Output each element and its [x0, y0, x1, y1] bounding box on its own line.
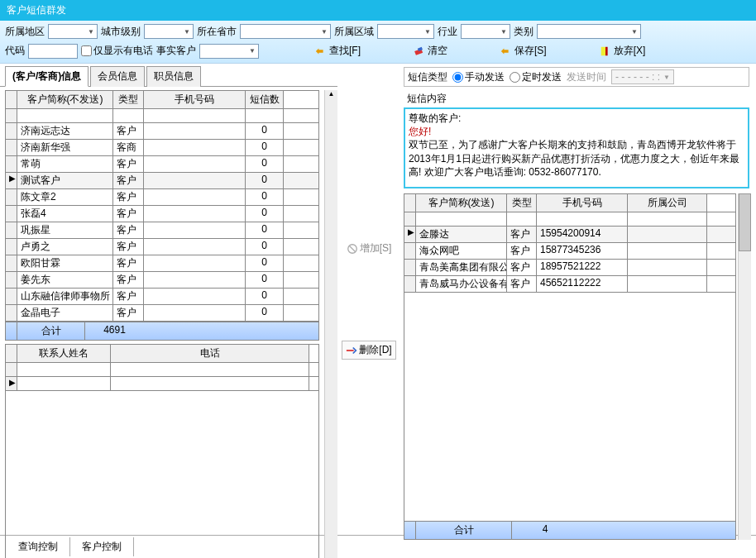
search-icon — [315, 45, 327, 57]
onlyphone-checkbox[interactable]: 仅显示有电话 — [81, 44, 153, 58]
save-button[interactable]: 保存[S] — [497, 42, 550, 60]
table-row[interactable]: 姜先东客户0 — [6, 272, 318, 289]
table-row[interactable]: 卢勇之客户0 — [6, 239, 318, 255]
realcust-combo[interactable]: ▼ — [199, 44, 259, 59]
clear-button[interactable]: 清空 — [410, 42, 451, 60]
chevron-down-icon[interactable]: ▼ — [85, 25, 97, 38]
table-row[interactable]: 巩振星客户0 — [6, 222, 318, 239]
chevron-down-icon[interactable]: ▼ — [246, 45, 258, 58]
sms-textarea[interactable]: 尊敬的客户: 您好! 双节已至，为了感谢广大客户长期来的支持和鼓励，青岛西博开龙… — [404, 107, 749, 188]
industry-input[interactable] — [462, 25, 498, 38]
contact-grid[interactable]: 联系人姓名 电话 ▶ — [5, 344, 319, 558]
svg-rect-6 — [347, 350, 354, 351]
tab-customer-info[interactable]: (客户/客商)信息 — [5, 66, 89, 87]
delete-icon — [346, 345, 357, 356]
province-input[interactable] — [241, 25, 318, 38]
province-combo[interactable]: ▼ — [240, 24, 331, 39]
district-input[interactable] — [378, 25, 422, 38]
chevron-down-icon[interactable]: ▼ — [318, 25, 330, 38]
chevron-down-icon: ▼ — [663, 74, 670, 81]
table-row[interactable]: 张磊4客户0 — [6, 206, 318, 222]
table-row[interactable]: 陈文章2客户0 — [6, 189, 318, 206]
table-row[interactable]: 济南远志达客户0 — [6, 123, 318, 140]
chevron-down-icon[interactable]: ▼ — [498, 25, 510, 38]
region-input[interactable] — [49, 25, 85, 38]
col-company[interactable]: 所属公司 — [628, 194, 707, 212]
tab-member-info[interactable]: 会员信息 — [90, 66, 145, 87]
manual-radio[interactable]: 手动发送 — [452, 70, 505, 84]
district-label: 所属区域 — [334, 25, 374, 39]
sms-type-label: 短信类型 — [408, 70, 447, 84]
eraser-icon — [414, 45, 425, 57]
tab-query-control[interactable]: 查询控制 — [7, 537, 70, 556]
right-grid[interactable]: 客户简称(发送) 类型 手机号码 所属公司 ▶金滕达客户15954200914海… — [404, 193, 736, 540]
table-row[interactable]: ▶ — [6, 377, 318, 391]
col-contact-phone[interactable]: 电话 — [111, 345, 309, 362]
col-phone[interactable]: 手机号码 — [537, 194, 628, 212]
table-row[interactable]: 金晶电子客户0 — [6, 305, 318, 322]
discard-button[interactable]: 放弃[X] — [596, 42, 649, 60]
table-row[interactable]: ▶金滕达客户15954200914 — [404, 227, 735, 243]
footer-total: 4691 — [85, 322, 144, 340]
table-row[interactable]: 欧阳甘霖客户0 — [6, 255, 318, 272]
table-row[interactable]: 济南新华强客商0 — [6, 140, 318, 156]
sms-type-group: 短信类型 手动发送 定时发送 发送时间 - - - - - - : : ▼ — [404, 67, 749, 87]
region-combo[interactable]: ▼ — [48, 24, 98, 39]
delete-button[interactable]: 删除[D] — [342, 341, 395, 360]
citylevel-combo[interactable]: ▼ — [144, 24, 194, 39]
table-row[interactable] — [404, 212, 735, 227]
industry-combo[interactable]: ▼ — [461, 24, 510, 39]
filter-bar: 所属地区 ▼ 城市级别 ▼ 所在省市 ▼ 所属区域 ▼ 行业 ▼ 类别 ▼ 代码… — [0, 21, 756, 64]
col-type[interactable]: 类型 — [113, 91, 144, 108]
code-label: 代码 — [5, 44, 25, 58]
district-combo[interactable]: ▼ — [377, 24, 434, 39]
add-button[interactable]: 增加[S] — [344, 239, 395, 258]
right-pane: 短信类型 手动发送 定时发送 发送时间 - - - - - - : : ▼ 短信… — [400, 64, 756, 535]
sms-content-section: 短信内容 尊敬的客户: 您好! 双节已至，为了感谢广大客户长期来的支持和鼓励，青… — [404, 90, 749, 188]
col-type[interactable]: 类型 — [507, 194, 537, 212]
sendtime-label: 发送时间 — [567, 70, 606, 84]
region-label: 所属地区 — [5, 25, 45, 39]
industry-label: 行业 — [438, 25, 457, 39]
table-row[interactable] — [6, 363, 318, 377]
code-input[interactable] — [28, 44, 78, 59]
window-title: 客户短信群发 — [7, 4, 66, 16]
table-row[interactable]: 海众网吧客户15877345236 — [404, 243, 735, 260]
citylevel-input[interactable] — [145, 25, 181, 38]
chevron-down-icon[interactable]: ▼ — [181, 25, 193, 38]
onlyphone-check[interactable] — [81, 45, 92, 56]
chevron-down-icon[interactable]: ▼ — [629, 25, 640, 38]
col-contact-name[interactable]: 联系人姓名 — [17, 345, 111, 362]
sms-content-label: 短信内容 — [404, 90, 749, 107]
table-row[interactable]: 常萌客户0 — [6, 156, 318, 173]
table-row[interactable]: 青岛美高集团有限公客户18957521222 — [404, 260, 735, 276]
timed-radio[interactable]: 定时发送 — [510, 70, 562, 84]
tab-staff-info[interactable]: 职员信息 — [146, 66, 201, 87]
realcust-input[interactable] — [200, 45, 246, 58]
chevron-down-icon[interactable]: ▼ — [422, 25, 433, 38]
table-row[interactable]: 山东融信律师事物所客户0 — [6, 289, 318, 305]
middle-pane: 增加[S] 删除[D] — [337, 64, 400, 535]
col-name[interactable]: 客户简称(发送) — [416, 194, 507, 212]
search-button[interactable]: 查找[F] — [312, 42, 364, 60]
category-combo[interactable]: ▼ — [537, 24, 641, 39]
tab-customer-control[interactable]: 客户控制 — [70, 537, 134, 556]
left-grid-footer: 合计 4691 — [6, 322, 318, 340]
left-grid[interactable]: 客户简称(不发送) 类型 手机号码 短信数 济南远志达客户0济南新华强客商0常萌… — [5, 90, 319, 341]
col-name[interactable]: 客户简称(不发送) — [17, 91, 113, 108]
scrollbar[interactable] — [738, 193, 751, 540]
table-row[interactable]: 青岛威马办公设备有客户45652112222 — [404, 276, 735, 293]
svg-rect-2 — [600, 46, 605, 55]
sendtime-input: - - - - - - : : ▼ — [611, 69, 674, 84]
exit-icon — [600, 45, 611, 57]
table-row[interactable]: ▶测试客户客户0 — [6, 173, 318, 189]
scrollbar[interactable]: ▲ ▼ — [324, 90, 337, 558]
category-input[interactable] — [538, 25, 629, 38]
add-icon — [347, 243, 358, 255]
col-count[interactable]: 短信数 — [246, 91, 284, 108]
col-phone[interactable]: 手机号码 — [144, 91, 246, 108]
table-row[interactable] — [6, 109, 318, 123]
save-icon — [500, 45, 512, 57]
svg-line-5 — [349, 246, 355, 251]
left-pane: (客户/客商)信息 会员信息 职员信息 客户简称(不发送) 类型 手机号码 短信… — [0, 64, 337, 535]
